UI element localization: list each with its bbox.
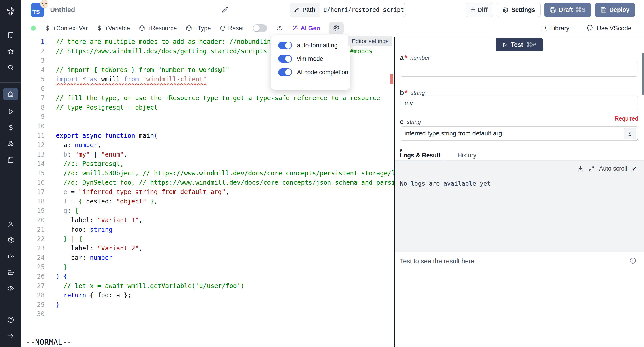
path-pencil-icon [294, 7, 300, 13]
sidebar [0, 0, 22, 347]
toggle-2[interactable] [278, 68, 292, 76]
sidebar-item-eye-icon[interactable] [4, 284, 18, 293]
code-line-17[interactable]: 17 e = "inferred type string from defaul… [22, 187, 394, 196]
editor-settings-button[interactable] [329, 22, 344, 34]
code-line-15[interactable]: 15 //d: wmill.S3Object, // https://www.w… [22, 168, 394, 178]
settings-button[interactable]: Settings [497, 3, 541, 17]
add-resource-button[interactable]: +Resource [139, 25, 177, 32]
sidebar-item-search-icon[interactable] [4, 62, 18, 72]
code-line-9[interactable]: 9 [22, 112, 394, 122]
path-label: Path [302, 6, 316, 14]
line-number: 15 [22, 169, 47, 177]
insert-variable-button[interactable]: $ [624, 128, 636, 139]
sidebar-item-boxes-icon[interactable] [4, 139, 18, 149]
info-icon[interactable] [629, 257, 636, 264]
code-line-22[interactable]: 22 } | { [22, 234, 394, 244]
sidebar-item-calendar-icon[interactable] [4, 155, 18, 165]
code-line-7[interactable]: 7// fill the type, or use the +Resource … [22, 93, 394, 102]
plus-minus-icon: ± [471, 6, 475, 13]
field-input-e[interactable]: inferred type string from default arg$ [400, 126, 638, 141]
autoscroll-label[interactable]: Auto scroll [599, 165, 627, 172]
field-input-a[interactable] [400, 62, 638, 77]
menu-row-ai-code-completion: AI code completion [278, 68, 350, 76]
code-line-28[interactable]: 28 return { foo: a }; [22, 290, 394, 300]
code-line-20[interactable]: 20 label: "Variant 1", [22, 215, 394, 225]
toggle-1[interactable] [278, 55, 292, 62]
result-panel: Test to see the result here [395, 252, 644, 347]
form-scrollbar[interactable] [642, 52, 644, 95]
line-number: 18 [22, 198, 47, 205]
add-variable-button[interactable]: +Variable [96, 25, 130, 32]
sidebar-item-star-icon[interactable] [4, 46, 18, 56]
add-type-button[interactable]: +Type [186, 25, 211, 32]
add-context-var-button[interactable]: +Context Var [45, 25, 88, 32]
assistant-toggle[interactable] [253, 24, 267, 32]
users-icon[interactable] [276, 25, 283, 32]
code-line-14[interactable]: 14 //c: Postgresql, [22, 159, 394, 168]
wand-icon [292, 25, 298, 32]
code-line-16[interactable]: 16 //d: DynSelect_foo, // https://www.wi… [22, 178, 394, 187]
toggle-label: AI code completion [297, 69, 348, 76]
sidebar-item-bot-icon[interactable] [4, 251, 18, 261]
rotate-icon [220, 25, 226, 31]
deploy-button[interactable]: Deploy [595, 3, 635, 17]
tab-history[interactable]: History [458, 152, 476, 160]
sidebar-item-play-icon[interactable] [4, 107, 18, 116]
line-number: 20 [22, 216, 47, 224]
toggle-0[interactable] [278, 42, 292, 49]
sidebar-item-folder-open-icon[interactable] [4, 268, 18, 277]
code-line-13[interactable]: 13 b: "my" | "enum", [22, 150, 394, 159]
autoscroll-checkmark[interactable]: ✓ [632, 165, 637, 172]
gear-icon [333, 25, 340, 32]
sidebar-item-gear-icon[interactable] [4, 235, 18, 245]
resize-handle[interactable] [635, 138, 638, 141]
sidebar-item-home-icon[interactable] [3, 88, 18, 100]
line-number: 4 [22, 66, 47, 74]
line-number: 26 [22, 272, 47, 280]
code-line-19[interactable]: 19 g: { [22, 206, 394, 215]
reset-button[interactable]: Reset [220, 25, 244, 32]
path-field[interactable]: Path u/henri/restored_script [290, 3, 406, 17]
download-logs-icon[interactable] [577, 166, 584, 172]
package-icon [186, 25, 192, 31]
line-number: 22 [22, 235, 47, 242]
code-line-11[interactable]: 11export async function main( [22, 131, 394, 140]
edit-title-pencil-icon[interactable] [221, 6, 229, 14]
draft-button[interactable]: Draft ⌘S [544, 3, 591, 17]
line-number: 3 [22, 56, 47, 64]
sidebar-item-help-icon[interactable] [4, 315, 18, 325]
code-line-25[interactable]: 25 } [22, 262, 394, 272]
code-line-8[interactable]: 8// type Postgresql = object [22, 102, 394, 112]
library-button[interactable]: Library [540, 24, 570, 32]
path-value[interactable]: u/henri/restored_script [320, 3, 406, 16]
code-line-26[interactable]: 26) { [22, 272, 394, 281]
dollar-icon [45, 25, 50, 31]
tab-logs-result[interactable]: Logs & Result [400, 152, 440, 160]
script-title: Untitled [50, 6, 75, 14]
code-line-21[interactable]: 21 foo: string [22, 225, 394, 234]
line-number: 24 [22, 254, 47, 261]
code-line-10[interactable]: 10 [22, 122, 394, 131]
windmill-logo[interactable] [0, 0, 22, 22]
sidebar-item-dollar-icon[interactable] [4, 123, 18, 132]
code-line-12[interactable]: 12 a: number, [22, 140, 394, 150]
use-vscode-button[interactable]: Use VScode [586, 24, 632, 32]
code-line-23[interactable]: 23 label: "Variant 2", [22, 244, 394, 253]
code-line-27[interactable]: 27 // let x = await wmill.getVariable('u… [22, 281, 394, 290]
line-number: 7 [22, 94, 47, 102]
line-number: 17 [22, 188, 47, 196]
diff-button[interactable]: ± Diff [466, 3, 493, 17]
line-number: 12 [22, 141, 47, 149]
ai-gen-button[interactable]: AI Gen [292, 25, 320, 32]
field-input-b[interactable]: my [400, 96, 638, 110]
code-line-18[interactable]: 18 f = { nested: "object" }, [22, 196, 394, 206]
menu-row-auto-formatting: auto-formatting [278, 42, 350, 49]
sidebar-item-user-icon[interactable] [4, 219, 18, 229]
code-line-24[interactable]: 24 bar: number [22, 253, 394, 262]
sidebar-item-arrow-right-icon[interactable] [4, 331, 18, 341]
code-line-29[interactable]: 29} [22, 300, 394, 309]
args-form: a*numberRequiredb*stringmyestringinferre… [395, 37, 644, 152]
expand-logs-icon[interactable] [588, 166, 594, 172]
code-line-30[interactable]: 30 [22, 309, 394, 318]
sidebar-item-building-icon[interactable] [4, 30, 18, 40]
